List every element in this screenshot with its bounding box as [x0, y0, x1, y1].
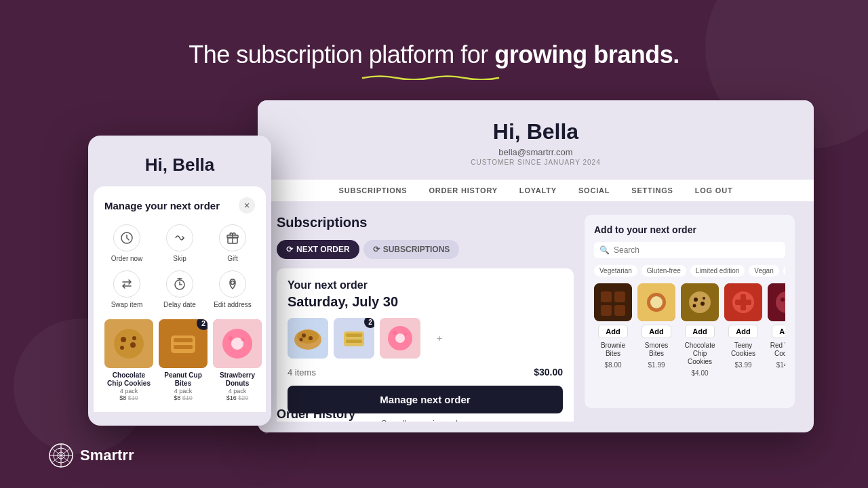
- svg-point-13: [393, 331, 397, 335]
- svg-point-4: [309, 336, 313, 340]
- tab-subscriptions[interactable]: ⟳ SUBSCRIPTIONS: [363, 240, 460, 259]
- svg-rect-15: [594, 283, 632, 321]
- order-history-section: Order History: [277, 407, 355, 422]
- filter-dairy-free[interactable]: Dairy-free: [783, 265, 785, 277]
- delay-label: Delay date: [163, 301, 196, 308]
- smores-name: Smores Bites: [637, 342, 675, 358]
- tabs-container: ⟳ NEXT ORDER ⟳ SUBSCRIPTIONS: [277, 240, 574, 259]
- skip-label: Skip: [173, 255, 186, 262]
- logo-text: Smartrr: [80, 447, 134, 464]
- filter-limited[interactable]: Limited edition: [690, 265, 745, 277]
- desktop-since: CUSTOMER SINCE JANUARY 2024: [258, 159, 814, 166]
- svg-rect-52: [174, 338, 193, 342]
- order-item-1: [288, 318, 328, 359]
- svg-point-58: [241, 338, 245, 342]
- action-gift[interactable]: Gift: [210, 224, 255, 262]
- tab-subscriptions-icon: ⟳: [373, 245, 380, 254]
- nav-social[interactable]: SOCIAL: [578, 186, 610, 195]
- mobile-cookie-price: $8 $10: [104, 394, 153, 401]
- search-input[interactable]: [614, 245, 780, 255]
- underline-decoration: [359, 70, 509, 75]
- mobile-cookie-pack: 4 pack: [104, 388, 153, 394]
- add-brownie-button[interactable]: Add: [598, 325, 627, 338]
- product-grid: Add Brownie Bites $8.00 Add Smores Bites…: [594, 283, 785, 377]
- add-smores-button[interactable]: Add: [642, 325, 671, 338]
- action-swap[interactable]: Swap item: [104, 270, 149, 308]
- nav-subscriptions[interactable]: SUBSCRIPTIONS: [339, 186, 408, 195]
- product-card-brownie: Add Brownie Bites $8.00: [594, 283, 632, 377]
- mobile-modal: Manage your next order × Order now Skip: [94, 186, 266, 412]
- tab-next-order[interactable]: ⟳ NEXT ORDER: [277, 240, 359, 259]
- desktop-email: bella@smartrr.com: [258, 147, 814, 157]
- svg-point-5: [300, 338, 303, 342]
- mobile-mockup: Hi, Bella Manage your next order × Order…: [88, 136, 271, 426]
- order-item-3: [380, 318, 420, 359]
- product-img-brownie: [594, 283, 632, 321]
- svg-point-47: [130, 342, 136, 348]
- add-to-order-panel: Add to your next order 🔍 Vegetarian Glut…: [585, 215, 795, 408]
- svg-point-27: [693, 304, 696, 308]
- smores-price: $1.99: [648, 361, 665, 369]
- add-teeny-button[interactable]: Add: [728, 325, 757, 338]
- svg-rect-53: [174, 345, 193, 349]
- filter-gluten-free[interactable]: Gluten-free: [642, 265, 686, 277]
- desktop-nav: SUBSCRIPTIONS ORDER HISTORY LOYALTY SOCI…: [258, 180, 814, 201]
- mobile-cookie-name: Chocolate Chip Cookies: [104, 371, 153, 388]
- left-panel: Subscriptions ⟳ NEXT ORDER ⟳ SUBSCRIPTIO…: [277, 215, 574, 408]
- product-img-choc: [681, 283, 719, 321]
- nav-order-history[interactable]: ORDER HISTORY: [429, 186, 497, 195]
- svg-rect-18: [601, 305, 612, 316]
- more-items-indicator: +: [426, 318, 453, 359]
- brownie-name: Brownie Bites: [594, 342, 632, 358]
- svg-point-24: [689, 291, 711, 313]
- svg-rect-32: [735, 300, 751, 305]
- svg-rect-9: [346, 340, 362, 343]
- address-icon: [219, 270, 246, 298]
- action-edit-address[interactable]: Edit address: [210, 270, 255, 308]
- tab-next-order-label: NEXT ORDER: [296, 245, 350, 254]
- subscriptions-title: Subscriptions: [277, 215, 574, 230]
- svg-point-43: [231, 281, 235, 285]
- swap-icon: [113, 270, 140, 298]
- redvelvet-price: $14.00: [776, 361, 785, 369]
- product-card-choc: Add Chocolate Chip Cookies $4.00: [681, 283, 719, 377]
- add-redvelvet-button[interactable]: Add: [772, 325, 785, 338]
- action-order-now[interactable]: Order now: [104, 224, 149, 262]
- filter-vegan[interactable]: Vegan: [749, 265, 778, 277]
- order-item-2: 2: [334, 318, 374, 359]
- logo-icon: [49, 443, 73, 468]
- nav-loyalty[interactable]: LOYALTY: [519, 186, 557, 195]
- mobile-product-img-cookie: [104, 319, 153, 368]
- svg-point-26: [701, 302, 705, 306]
- gift-label: Gift: [227, 255, 238, 262]
- svg-rect-16: [601, 291, 612, 302]
- svg-rect-17: [614, 291, 625, 302]
- mobile-donut-pack: 4 pack: [213, 388, 262, 394]
- tab-next-order-icon: ⟳: [286, 245, 293, 254]
- svg-point-22: [650, 296, 663, 308]
- add-choc-button[interactable]: Add: [685, 325, 714, 338]
- teeny-price: $3.99: [734, 361, 751, 369]
- filter-vegetarian[interactable]: Vegetarian: [594, 265, 637, 277]
- svg-point-25: [694, 298, 698, 302]
- order-date: Saturday, July 30: [288, 294, 563, 310]
- svg-point-3: [302, 333, 306, 338]
- nav-settings[interactable]: SETTINGS: [631, 186, 673, 195]
- product-card-smores: Add Smores Bites $1.99: [637, 283, 675, 377]
- nav-logout[interactable]: LOG OUT: [695, 186, 733, 195]
- order-items: 2 +: [288, 318, 563, 359]
- headline-text: The subscription platform for growing br…: [0, 41, 868, 69]
- action-grid: Order now Skip Gift Swap item: [104, 224, 255, 308]
- action-skip[interactable]: Skip: [157, 224, 202, 262]
- gift-icon: [219, 224, 246, 251]
- svg-point-12: [395, 333, 405, 343]
- desktop-header: Hi, Bella bella@smartrr.com CUSTOMER SIN…: [258, 100, 814, 174]
- mobile-greeting: Hi, Bella: [102, 155, 258, 176]
- action-delay[interactable]: Delay date: [157, 270, 202, 308]
- mobile-product-img-donut: [213, 319, 262, 368]
- order-history-title: Order History: [277, 407, 355, 422]
- order-price: $30.00: [534, 367, 563, 378]
- mobile-product-row: Chocolate Chip Cookies 4 pack $8 $10 2 P…: [104, 319, 255, 401]
- modal-close-button[interactable]: ×: [239, 197, 255, 214]
- choc-price: $4.00: [691, 369, 708, 377]
